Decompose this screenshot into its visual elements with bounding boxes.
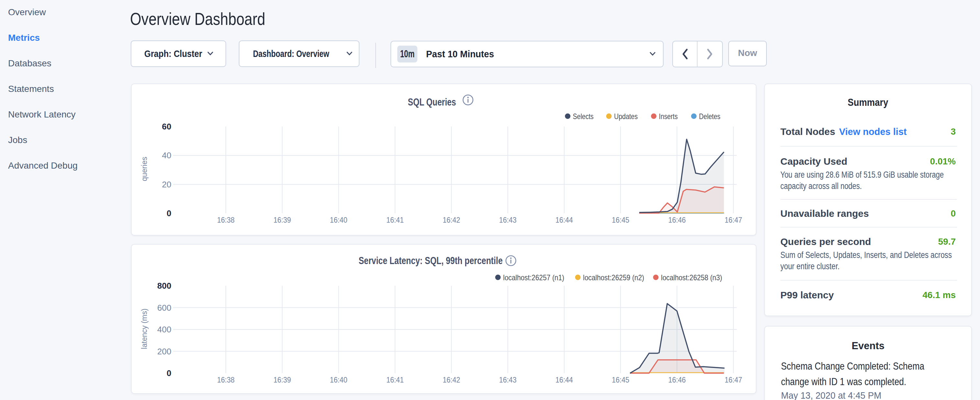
svg-text:localhost:26258 (n3): localhost:26258 (n3) [661,273,722,282]
svg-text:SQL Queries: SQL Queries [408,96,456,108]
svg-text:0: 0 [167,368,171,378]
svg-text:800: 800 [157,281,171,291]
svg-text:40: 40 [162,150,172,160]
svg-text:latency (ms): latency (ms) [140,308,148,349]
svg-text:queries: queries [140,157,148,181]
svg-text:Service Latency: SQL, 99th per: Service Latency: SQL, 99th percentile [359,255,503,266]
svg-text:16:42: 16:42 [442,216,460,224]
svg-text:16:38: 16:38 [217,216,235,224]
svg-text:Inserts: Inserts [659,112,678,121]
svg-text:Deletes: Deletes [699,112,721,121]
svg-text:200: 200 [157,347,171,356]
svg-text:16:45: 16:45 [612,216,629,224]
svg-text:16:46: 16:46 [668,376,686,384]
svg-text:16:40: 16:40 [330,376,347,384]
svg-text:16:45: 16:45 [612,376,629,384]
svg-text:16:44: 16:44 [555,216,573,224]
svg-text:400: 400 [157,325,171,334]
svg-text:16:40: 16:40 [330,216,347,224]
svg-text:16:39: 16:39 [274,216,291,224]
svg-text:Updates: Updates [614,112,638,121]
svg-text:600: 600 [157,303,171,312]
svg-text:16:43: 16:43 [499,216,517,224]
svg-text:16:41: 16:41 [386,216,404,224]
svg-text:16:47: 16:47 [725,216,742,224]
svg-text:16:43: 16:43 [499,376,517,384]
svg-text:60: 60 [162,122,172,131]
svg-text:localhost:26257 (n1): localhost:26257 (n1) [503,273,564,282]
svg-text:20: 20 [162,180,172,189]
svg-text:16:46: 16:46 [668,216,686,224]
svg-text:localhost:26259 (n2): localhost:26259 (n2) [583,273,644,282]
svg-text:16:39: 16:39 [274,376,291,384]
svg-text:16:42: 16:42 [442,376,460,384]
svg-text:16:44: 16:44 [555,376,573,384]
svg-text:16:41: 16:41 [386,376,404,384]
svg-text:16:38: 16:38 [217,376,235,384]
svg-text:16:47: 16:47 [725,376,742,384]
svg-text:0: 0 [167,209,171,218]
svg-text:Selects: Selects [573,112,594,121]
